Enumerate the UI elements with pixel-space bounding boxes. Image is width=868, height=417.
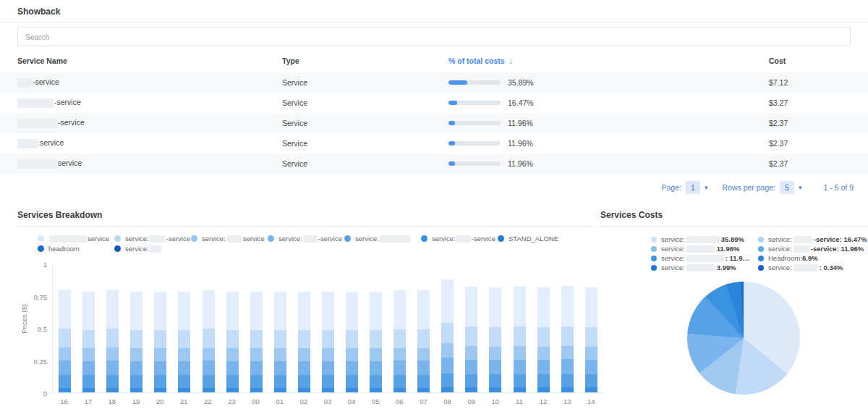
legend-item: service: service [191, 235, 268, 243]
bar-segment [203, 290, 215, 329]
bar-segment [537, 374, 550, 387]
bar-segment [441, 387, 454, 392]
bar-segment [154, 330, 166, 349]
page-caret-icon[interactable]: ▾ [705, 184, 708, 191]
legend-dot-icon [344, 235, 351, 242]
service-name-cell: service [17, 138, 282, 148]
x-tick-label: 13 [561, 397, 574, 405]
y-tick-label: 0 [21, 389, 47, 397]
col-header-pct-of-total-costs[interactable]: % of total costs↓ [448, 56, 769, 65]
percent-text: 11.96% [508, 139, 533, 148]
legend-value: 3.99% [717, 264, 736, 271]
page-header: Showback [0, 0, 868, 22]
legend-label-suffix: service [243, 235, 265, 243]
bar-segment [274, 292, 286, 330]
col-header-service-name[interactable]: Service Name [17, 56, 282, 65]
stacked-bar [585, 287, 597, 392]
legend-value: : 0.34% [820, 264, 843, 271]
bar-segment [106, 375, 119, 388]
rows-per-page-label: Rows per page: [722, 183, 775, 192]
stacked-bar [203, 290, 215, 392]
bar-segment [130, 330, 142, 349]
bar-segment [106, 361, 119, 375]
redacted-service-name [17, 119, 57, 128]
bar-segment [106, 329, 119, 348]
bar-segment [178, 375, 190, 387]
stacked-bar [489, 287, 501, 392]
x-tick-label: 00 [250, 397, 262, 405]
bar-segment [561, 286, 574, 327]
redacted-legend-text [380, 235, 410, 243]
legend-dot-icon [758, 237, 764, 243]
search-input[interactable] [17, 27, 851, 46]
rows-caret-icon[interactable]: ▾ [799, 184, 802, 191]
legend-item: service [38, 235, 114, 243]
legend-value: -service: 11.96% [811, 245, 864, 253]
bar-segment [322, 348, 334, 361]
stacked-bar [59, 290, 71, 392]
bar-segment [489, 347, 501, 360]
x-tick-label: 12 [537, 397, 550, 405]
percent-text: 35.89% [508, 78, 534, 87]
legend-value: 6.9% [802, 254, 818, 262]
legend-dot-icon [758, 256, 764, 261]
percent-bar-fill [448, 141, 455, 146]
percent-bar [448, 141, 501, 146]
bar-segment [59, 348, 71, 361]
cost-cell: $3.27 [769, 98, 851, 107]
col-header-type[interactable]: Type [282, 56, 448, 65]
bar-segment [226, 388, 239, 392]
bar-segment [441, 323, 454, 344]
percent-bar-fill [448, 101, 457, 105]
bar-segment [59, 375, 71, 388]
bar-segment [585, 347, 597, 360]
bar-segment [561, 359, 574, 374]
stacked-bar [441, 279, 454, 392]
pct-cell: 35.89% [448, 78, 769, 87]
percent-bar [448, 161, 501, 166]
bar-segment [441, 358, 454, 374]
redacted-legend-text [793, 245, 809, 253]
bar-segment [370, 361, 382, 376]
legend-label-prefix: service: [661, 254, 685, 262]
bar-segment [226, 292, 239, 330]
costs-legend-item: service: : 11.9… [651, 254, 758, 262]
legend-dot-icon [651, 265, 657, 271]
bar-segment [82, 330, 95, 349]
bar-segment [106, 388, 119, 392]
stacked-bar [106, 290, 119, 392]
table-row: service Service 11.96% $2.37 [0, 153, 868, 174]
bar-segment [537, 347, 550, 360]
stacked-bar [226, 292, 239, 393]
legend-dot-icon [651, 246, 657, 252]
bar-segment [203, 361, 215, 375]
bar-segment [322, 388, 334, 392]
rows-per-page-select[interactable]: 5 [780, 181, 794, 194]
cost-cell: $7.12 [769, 78, 851, 87]
type-cell: Service [282, 78, 448, 87]
bar-segment [346, 330, 358, 349]
legend-value: -service: 16.47% [814, 235, 867, 243]
bar-segment [346, 292, 358, 330]
bar-segment [585, 360, 597, 374]
bar-segment [154, 361, 166, 376]
page-select[interactable]: 1 [686, 181, 700, 194]
stacked-bar [537, 287, 550, 392]
x-tick-label: 08 [441, 397, 454, 405]
bar-segment [59, 361, 71, 375]
costs-legend-item: service: 3.99% [651, 264, 758, 271]
bar-segment [298, 292, 310, 330]
legend-label-prefix: service: [661, 245, 685, 253]
col-header-cost[interactable]: Cost [769, 56, 851, 65]
x-tick-label: 02 [297, 397, 310, 405]
legend-label-prefix: service: [768, 245, 792, 253]
legend-label-prefix: headroom [48, 245, 80, 253]
x-tick-label: 10 [489, 397, 501, 405]
bar-segment [82, 361, 95, 376]
table-header-row: Service Name Type % of total costs↓ Cost [0, 49, 868, 72]
legend-dot-icon [651, 256, 657, 261]
costs-legend: service: 35.89% service: -service: 16.47… [651, 235, 867, 271]
bar-segment [585, 287, 597, 327]
legend-item: service: -service [268, 235, 344, 243]
legend-item: service: -service [114, 235, 191, 243]
